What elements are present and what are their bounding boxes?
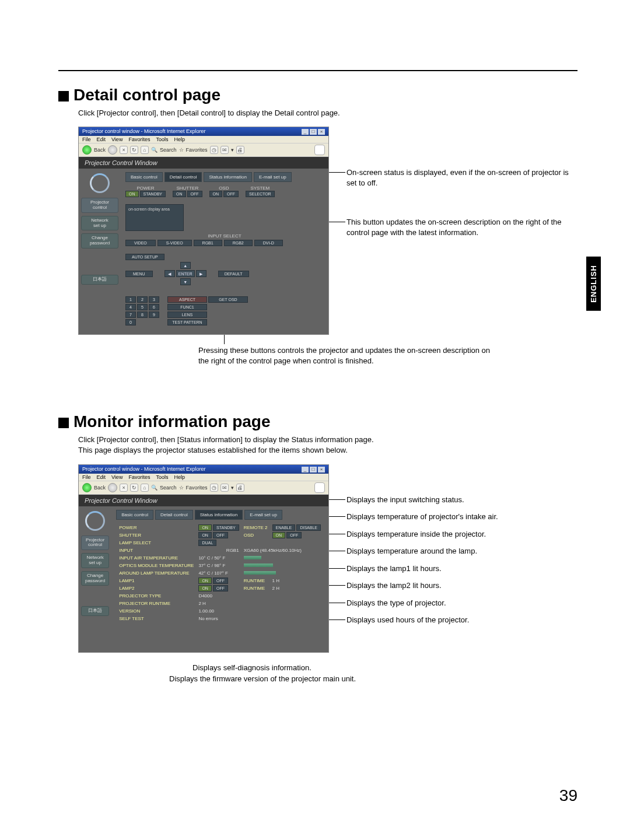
aspect-button[interactable]: ASPECT bbox=[167, 296, 207, 303]
sidebar-item-projector-control[interactable]: Projector control bbox=[81, 198, 118, 213]
section2-intro: Click [Projector control], then [Status … bbox=[78, 435, 578, 456]
power-standby-button[interactable]: STANDBY bbox=[140, 191, 166, 197]
shutter-off-button[interactable]: OFF bbox=[187, 191, 202, 197]
tab-basic[interactable]: Basic control bbox=[125, 172, 163, 182]
section1-title: Detail control page bbox=[58, 86, 578, 104]
default-button[interactable]: DEFAULT bbox=[218, 271, 249, 277]
ie-logo-icon bbox=[314, 145, 325, 155]
tab-email[interactable]: E-mail set up bbox=[254, 172, 292, 182]
back-icon bbox=[82, 145, 92, 155]
test-pattern-button[interactable]: TEST PATTERN bbox=[167, 319, 207, 326]
input-dvid-button[interactable]: DVI-D bbox=[254, 240, 283, 246]
window-titlebar: Projector control window - Microsoft Int… bbox=[79, 127, 328, 136]
numpad: 123 456 789 0 bbox=[125, 296, 159, 326]
lens-button[interactable]: LENS bbox=[167, 312, 207, 318]
power-on-button[interactable]: ON bbox=[125, 191, 139, 197]
ie-toolbar[interactable]: Back ×↻⌂ 🔍Search ☆Favorites ◷ ✉▾🖨 bbox=[79, 143, 328, 157]
sidebar-item-change-password[interactable]: Change password bbox=[81, 233, 118, 249]
status-info-screenshot: Projector control window - Microsoft Int… bbox=[78, 464, 329, 653]
sidebar: Projector control Network set up Change … bbox=[79, 169, 121, 334]
arrow-right-icon[interactable]: ▶ bbox=[196, 270, 206, 277]
input-rgb2-button[interactable]: RGB2 bbox=[224, 240, 253, 246]
shutter-on-button[interactable]: ON bbox=[173, 191, 186, 197]
window-buttons[interactable]: _□× bbox=[300, 128, 325, 135]
refresh-icon: ↻ bbox=[130, 146, 138, 154]
tab-detail[interactable]: Detail control bbox=[164, 172, 202, 182]
tabs: Basic control Detail control Status info… bbox=[125, 172, 324, 182]
forward-icon bbox=[108, 145, 117, 155]
menu-bar[interactable]: FileEditViewFavoritesToolsHelp bbox=[79, 136, 328, 143]
pcw-header: Projector Control Window bbox=[79, 157, 328, 169]
section2-title: Monitor information page bbox=[58, 412, 578, 431]
section2-below-notes: Displays self-diagnosis information. Dis… bbox=[128, 662, 578, 685]
osd-on-button[interactable]: ON bbox=[209, 191, 223, 197]
page-number: 39 bbox=[559, 786, 578, 805]
func1-button[interactable]: FUNC1 bbox=[167, 304, 207, 310]
language-tab: ENGLISH bbox=[586, 257, 601, 311]
menu-button[interactable]: MENU bbox=[125, 271, 153, 277]
input-video-button[interactable]: VIDEO bbox=[125, 240, 156, 246]
status-table: POWERON STANDBYREMOTE 2ENABLE DISABLE SH… bbox=[116, 523, 324, 623]
osd-off-button[interactable]: OFF bbox=[223, 191, 239, 197]
home-icon: ⌂ bbox=[141, 146, 149, 154]
history-icon: ◷ bbox=[210, 146, 218, 154]
sidebar-item-network[interactable]: Network set up bbox=[81, 216, 118, 231]
pana-logo-icon bbox=[90, 173, 110, 193]
auto-setup-button[interactable]: AUTO SETUP bbox=[125, 254, 164, 260]
section1-below-note: Pressing these buttons controls the proj… bbox=[198, 345, 502, 366]
top-rule bbox=[58, 70, 578, 71]
section2-annotations: Displays the input switching status. Dis… bbox=[329, 464, 578, 632]
section1-annotations: On-screen status is displayed, even if t… bbox=[329, 127, 578, 267]
input-rgb1-button[interactable]: RGB1 bbox=[194, 240, 222, 246]
nav-pad: ▲ ◀ENTER▶ ▼ bbox=[164, 262, 206, 285]
tab-status[interactable]: Status information bbox=[204, 172, 251, 182]
arrow-left-icon[interactable]: ◀ bbox=[164, 270, 175, 277]
detail-control-screenshot: Projector control window - Microsoft Int… bbox=[78, 127, 329, 335]
osd-display-area: on-screen display area bbox=[125, 204, 184, 231]
get-osd-button[interactable]: GET OSD bbox=[208, 296, 248, 303]
arrow-down-icon[interactable]: ▼ bbox=[180, 278, 191, 285]
section1-intro: Click [Projector control], then [Detail … bbox=[78, 108, 578, 118]
input-svideo-button[interactable]: S-VIDEO bbox=[158, 240, 192, 246]
sidebar-item-japanese[interactable]: 日本語 bbox=[81, 275, 118, 285]
system-selector-button[interactable]: SELECTOR bbox=[246, 191, 275, 197]
stop-icon: × bbox=[120, 146, 128, 154]
arrow-up-icon[interactable]: ▲ bbox=[180, 262, 191, 269]
enter-button[interactable]: ENTER bbox=[176, 270, 195, 277]
